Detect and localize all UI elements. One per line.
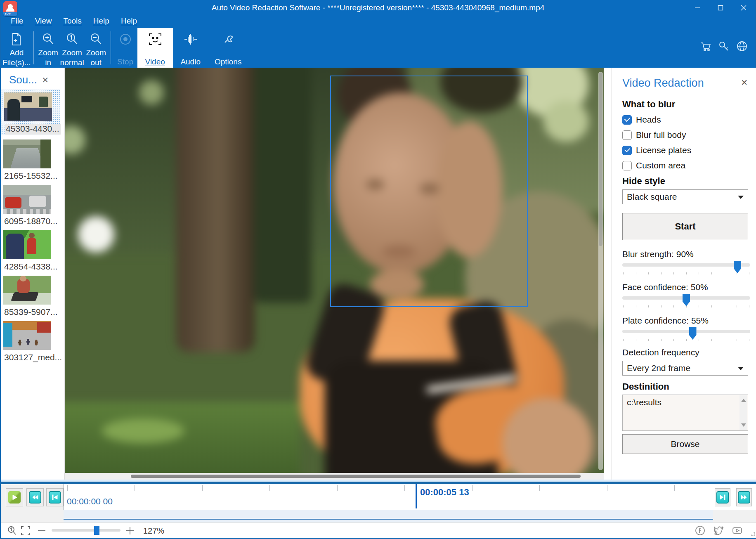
twitter-icon[interactable] — [713, 525, 724, 536]
youtube-icon[interactable] — [732, 525, 743, 536]
stop-button: Stop — [113, 28, 137, 68]
zoom-percent-label: 127% — [143, 526, 164, 536]
facebook-icon[interactable] — [695, 525, 706, 536]
checkbox-custom-area-box[interactable] — [622, 161, 632, 170]
video-horizontal-scrollbar[interactable] — [65, 473, 604, 480]
video-preview-area[interactable] — [65, 68, 604, 480]
menu-help-2[interactable]: Help — [117, 16, 141, 28]
menu-view[interactable]: View — [31, 16, 56, 28]
start-button[interactable]: Start — [622, 213, 748, 240]
plate-confidence-label: Plate confidence: 55% — [622, 316, 750, 326]
stop-icon — [118, 32, 132, 46]
zoom-in-button-status[interactable] — [125, 525, 135, 538]
cart-icon[interactable] — [700, 40, 711, 52]
destination-scrollbar[interactable] — [739, 395, 747, 430]
destination-input[interactable]: c:\results — [622, 395, 748, 431]
wrench-icon — [221, 32, 235, 46]
checkbox-blur-full-body[interactable]: Blur full body — [622, 130, 686, 140]
browse-button[interactable]: Browse — [622, 434, 748, 454]
face-detection-box[interactable] — [330, 76, 528, 307]
toolbar: Add File(s)... Zoom in Zoom normal — [1, 28, 755, 68]
previous-frame-button[interactable] — [46, 488, 64, 506]
face-confidence-thumb[interactable] — [683, 294, 690, 306]
checkbox-blur-full-body-box[interactable] — [622, 130, 632, 140]
hide-style-dropdown[interactable]: Black square — [622, 189, 748, 204]
fast-forward-button[interactable] — [736, 488, 752, 506]
timeline-ruler[interactable] — [64, 484, 756, 510]
video-tab[interactable]: Video — [137, 28, 173, 68]
source-item-4[interactable]: 42854-4338... — [1, 229, 63, 272]
waveform-icon — [184, 32, 198, 46]
add-files-button[interactable]: Add File(s)... — [2, 28, 31, 68]
detection-frequency-dropdown[interactable]: Every 2nd frame — [622, 361, 748, 376]
timeline[interactable]: 00:00:00 00 00:00:05 13 — [1, 484, 756, 522]
zoom-out-button[interactable]: Zoom out — [84, 28, 108, 68]
audio-tab[interactable]: Audio — [173, 28, 208, 68]
menubar: File View Tools Help Help — [1, 16, 141, 28]
scroll-up-icon[interactable] — [741, 399, 746, 402]
plate-confidence-slider-group: Plate confidence: 55% — [622, 316, 750, 341]
checkbox-custom-area[interactable]: Custom area — [622, 161, 685, 170]
menu-tools[interactable]: Tools — [59, 16, 85, 28]
video-redaction-panel: Video Redaction ✕ What to blur Heads Blu… — [612, 68, 756, 480]
menu-file[interactable]: File — [7, 16, 28, 28]
step-forward-icon — [716, 491, 729, 504]
play-icon — [8, 491, 21, 504]
panel-title: Video Redaction — [622, 77, 704, 90]
video-frame — [65, 68, 604, 473]
key-icon[interactable] — [718, 40, 730, 52]
window-title: Auto Video Redaction Software - ****Unre… — [1, 3, 755, 12]
face-confidence-slider[interactable] — [622, 296, 750, 300]
current-time-label: 00:00:00 00 — [67, 496, 113, 506]
blur-strength-thumb[interactable] — [734, 261, 741, 273]
source-item-3[interactable]: 6095-18870... — [1, 183, 63, 226]
checkbox-license-plates-box[interactable] — [622, 146, 632, 155]
zoom-slider[interactable] — [52, 529, 120, 532]
source-item-2[interactable]: 2165-15532... — [1, 138, 63, 181]
play-button[interactable] — [6, 488, 23, 506]
checkbox-license-plates[interactable]: License plates — [622, 145, 691, 155]
add-file-icon — [9, 32, 24, 46]
fast-forward-icon — [738, 491, 750, 504]
maximize-button[interactable] — [709, 0, 732, 16]
zoom-out-icon — [89, 32, 103, 46]
playhead[interactable] — [416, 484, 417, 508]
scrollbar-thumb[interactable] — [131, 475, 581, 478]
next-frame-button[interactable] — [715, 488, 730, 506]
detection-frequency-label: Detection frequency — [622, 348, 699, 357]
scroll-down-icon[interactable] — [741, 423, 746, 427]
source-item-1[interactable]: 45303-4430... — [1, 89, 60, 135]
timeline-track[interactable] — [64, 510, 713, 522]
fit-to-screen-button[interactable] — [20, 525, 31, 538]
menu-help-1[interactable]: Help — [89, 16, 113, 28]
sources-panel: Sou... ✕ 45303-4430... 2165-15532... 609… — [1, 68, 65, 480]
header: AVR Auto Video Redaction Software - ****… — [1, 0, 755, 68]
chevron-down-icon — [738, 367, 744, 370]
toolbar-separator — [33, 31, 34, 64]
zoom-actual-size-button[interactable] — [7, 525, 17, 538]
zoom-out-button-status[interactable] — [36, 525, 47, 538]
globe-icon[interactable] — [736, 40, 748, 52]
checkbox-heads[interactable]: Heads — [622, 115, 661, 125]
options-tab[interactable]: Options — [208, 28, 248, 68]
zoom-slider-thumb[interactable] — [94, 526, 99, 535]
plate-confidence-slider[interactable] — [622, 330, 750, 333]
close-button[interactable] — [732, 0, 755, 16]
titlebar[interactable]: AVR Auto Video Redaction Software - ****… — [1, 0, 755, 16]
source-item-5[interactable]: 85339-5907... — [1, 274, 63, 317]
zoom-normal-button[interactable]: Zoom normal — [60, 28, 84, 68]
source-thumbnail-4 — [3, 230, 51, 259]
zoom-in-button[interactable]: Zoom in — [36, 28, 60, 68]
sources-close-icon[interactable]: ✕ — [42, 75, 49, 85]
minimize-button[interactable] — [686, 0, 709, 16]
panel-close-icon[interactable]: ✕ — [741, 78, 748, 87]
rewind-button[interactable] — [26, 488, 44, 506]
resize-grip[interactable] — [751, 532, 755, 536]
source-item-6[interactable]: 303127_med... — [1, 319, 63, 362]
blur-strength-slider[interactable] — [622, 263, 750, 267]
zoom-normal-icon — [7, 525, 17, 536]
source-thumbnail-5 — [3, 276, 51, 305]
plate-confidence-thumb[interactable] — [689, 327, 697, 340]
video-vertical-scrollbar[interactable] — [598, 72, 603, 470]
checkbox-heads-box[interactable] — [622, 115, 632, 125]
